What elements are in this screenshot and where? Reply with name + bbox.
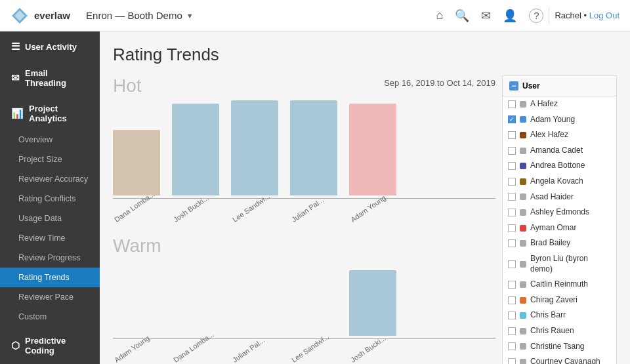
user-color-dot [520, 343, 526, 350]
list-item[interactable]: Caitlin Reinmuth [503, 277, 616, 293]
user-name: Chris Barr [530, 310, 566, 321]
home-icon[interactable]: ⌂ [436, 9, 444, 22]
list-item[interactable]: Christine Tsang [503, 339, 616, 355]
bullet: • [584, 10, 587, 20]
predictive-coding-icon: ⬡ [11, 340, 20, 352]
user-name: Chris Rauen [530, 326, 574, 336]
list-item[interactable]: Brad Bailey [503, 235, 616, 251]
bar [231, 100, 278, 195]
sidebar-sub-reviewer-accuracy[interactable]: Reviewer Accuracy [0, 169, 100, 189]
user-checkbox[interactable] [508, 100, 516, 108]
user-name: Ashley Edmonds [530, 207, 589, 218]
sidebar-sub-usage-data[interactable]: Usage Data [0, 209, 100, 228]
sidebar-label-review-time: Review Time [18, 233, 66, 243]
user-checkbox[interactable] [508, 147, 516, 155]
user-checkbox[interactable] [508, 260, 516, 268]
collapse-button[interactable]: − [509, 81, 518, 91]
user-checkbox[interactable] [508, 296, 516, 304]
user-name: Courtney Cavanagh [530, 357, 600, 364]
user-name: A Hafez [530, 99, 558, 110]
search-icon[interactable]: 🔍 [455, 9, 469, 23]
user-name: Angela Kovach [530, 176, 583, 187]
main-content: Rating Trends Hot Sep 16, 2019 to Oct 14… [100, 31, 630, 364]
users-icon[interactable]: 👤 [503, 9, 517, 23]
list-item[interactable]: ✓Adam Young [503, 112, 616, 128]
user-checkbox[interactable] [508, 224, 516, 232]
topnav: everlaw Enron — Booth Demo ▼ ⌂ 🔍 ✉ 👤 ? R… [0, 0, 630, 31]
user-checkbox[interactable] [508, 193, 516, 201]
logout-link[interactable]: Log Out [589, 10, 620, 20]
user-color-dot [520, 178, 526, 185]
list-item[interactable]: Chris Barr [503, 308, 616, 323]
user-checkbox[interactable] [508, 239, 516, 247]
project-analytics-icon: 📊 [11, 108, 24, 119]
sidebar-label-review-progress: Review Progress [18, 253, 80, 262]
user-checkbox[interactable] [508, 358, 516, 364]
user-checkbox[interactable] [508, 178, 516, 186]
project-selector[interactable]: Enron — Booth Demo ▼ [86, 10, 194, 21]
user-name: Chirag Zaveri [530, 295, 578, 306]
list-item[interactable]: Chris Rauen [503, 323, 616, 339]
list-item[interactable]: Angela Kovach [503, 174, 616, 190]
user-checkbox[interactable] [508, 281, 516, 289]
list-item[interactable]: Asad Haider [503, 190, 616, 205]
user-color-dot [520, 193, 526, 200]
sidebar-label-overview: Overview [18, 135, 52, 144]
user-checkbox[interactable] [508, 312, 516, 319]
user-panel-header: − User [503, 76, 616, 96]
sidebar-sub-overview[interactable]: Overview [0, 130, 100, 150]
sidebar-label-reviewer-accuracy: Reviewer Accuracy [18, 174, 88, 184]
user-name: Amanda Cadet [530, 146, 583, 156]
user-name: Alex Hafez [530, 130, 568, 140]
help-icon[interactable]: ? [529, 9, 543, 23]
user-color-dot [520, 132, 526, 138]
sidebar-sub-rating-conflicts[interactable]: Rating Conflicts [0, 189, 100, 209]
bar [349, 270, 396, 336]
user-checkbox[interactable] [508, 327, 516, 335]
sidebar-sub-reviewer-pace[interactable]: Reviewer Pace [0, 287, 100, 307]
user-checkbox[interactable] [508, 131, 516, 139]
list-item[interactable]: Andrea Bottone [503, 158, 616, 174]
user-color-dot [520, 101, 526, 108]
sidebar-label-email-threading: Email Threading [25, 68, 91, 88]
user-name: Caitlin Reinmuth [530, 279, 588, 290]
list-item[interactable]: Alex Hafez [503, 127, 616, 143]
user-color-dot [520, 297, 526, 304]
list-item[interactable]: Byron Liu (byron demo) [503, 251, 616, 277]
sidebar-item-predictive-coding[interactable]: ⬡ Predictive Coding [0, 327, 100, 362]
project-name: Enron — Booth Demo [86, 10, 182, 21]
user-checkbox[interactable]: ✓ [508, 115, 516, 123]
sidebar-label-usage-data: Usage Data [18, 214, 62, 223]
warm-bar-chart [113, 260, 495, 339]
sidebar-sub-rating-trends[interactable]: Rating Trends [0, 268, 100, 287]
user-info: Rachel • Log Out [555, 10, 620, 20]
list-item[interactable]: Amanda Cadet [503, 143, 616, 159]
sidebar-item-project-analytics[interactable]: 📊 Project Analytics [0, 94, 100, 130]
page-title: Rating Trends [113, 45, 617, 65]
sidebar-label-rating-conflicts: Rating Conflicts [18, 194, 76, 203]
list-item[interactable]: Chirag Zaveri [503, 293, 616, 308]
list-item[interactable]: Ashley Edmonds [503, 205, 616, 220]
bar [349, 104, 396, 195]
main-layout: ☰ User Activity ✉ Email Threading 📊 Proj… [0, 31, 630, 364]
list-item[interactable]: A Hafez [503, 96, 616, 112]
sidebar-sub-review-progress[interactable]: Review Progress [0, 248, 100, 268]
sidebar-sub-project-size[interactable]: Project Size [0, 150, 100, 169]
chart-wrapper: Hot Sep 16, 2019 to Oct 14, 2019 Dana Lo… [113, 75, 502, 364]
sidebar-label-project-size: Project Size [18, 155, 62, 164]
user-list: A Hafez✓Adam YoungAlex HafezAmanda Cadet… [503, 96, 616, 364]
list-item[interactable]: Courtney Cavanagh [503, 354, 616, 364]
logo[interactable]: everlaw [10, 7, 70, 25]
user-checkbox[interactable] [508, 209, 516, 216]
list-item[interactable]: Ayman Omar [503, 220, 616, 236]
user-checkbox[interactable] [508, 162, 516, 170]
sidebar-item-user-activity[interactable]: ☰ User Activity [0, 31, 100, 59]
mail-icon[interactable]: ✉ [481, 9, 491, 23]
user-checkbox[interactable] [508, 342, 516, 350]
hot-bar-chart [113, 100, 495, 199]
sidebar-sub-custom[interactable]: Custom [0, 307, 100, 327]
sidebar-sub-review-time[interactable]: Review Time [0, 228, 100, 248]
sidebar-item-email-threading[interactable]: ✉ Email Threading [0, 59, 100, 94]
logo-icon [10, 7, 29, 25]
user-name: Ayman Omar [530, 223, 576, 233]
